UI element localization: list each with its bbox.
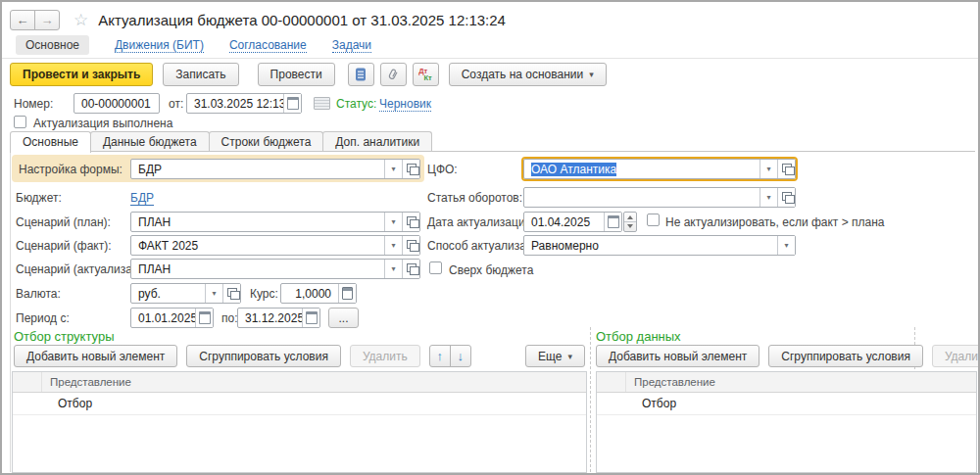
open-list-button[interactable] — [314, 97, 330, 110]
structure-filter-toolbar: Добавить новый элемент Сгруппировать усл… — [14, 345, 585, 367]
move-up-button[interactable]: ↑ — [429, 345, 451, 367]
document-date-field[interactable]: 31.03.2025 12:13:24 — [186, 93, 302, 114]
scenario-fact-label: Сценарий (факт): — [16, 239, 112, 253]
back-button[interactable]: ← — [10, 10, 35, 30]
tab-extra-analytics[interactable]: Доп. аналитики — [322, 131, 432, 151]
dropdown-button[interactable]: ▾ — [760, 188, 777, 207]
chevron-down-icon: ▾ — [212, 289, 216, 298]
data-delete-button[interactable]: Удалить — [932, 345, 980, 367]
dropdown-button[interactable]: ▾ — [777, 236, 795, 255]
choose-icon — [782, 192, 792, 201]
status-value-link[interactable]: Черновик — [379, 97, 431, 112]
period-to-field[interactable]: 31.12.2025 — [237, 308, 320, 328]
calendar-button[interactable] — [302, 309, 319, 327]
act-date-field[interactable]: 01.04.2025 — [523, 212, 622, 232]
tab-budget-data[interactable]: Данные бюджета — [90, 131, 210, 151]
calculator-button[interactable] — [338, 284, 356, 303]
choose-button[interactable] — [402, 160, 419, 178]
command-bar: Провести и закрыть Записать Провести Дт … — [10, 63, 607, 86]
dropdown-button[interactable]: ▾ — [384, 236, 402, 255]
chevron-down-icon: ▾ — [784, 241, 788, 250]
period-ellipsis-button[interactable]: ... — [328, 308, 359, 328]
register-records-button[interactable] — [348, 63, 374, 86]
scenario-act-field[interactable]: ПЛАН ▾ — [130, 259, 420, 279]
header-separator — [2, 58, 978, 59]
dropdown-button[interactable]: ▾ — [384, 160, 402, 178]
page-title: Актуализация бюджета 00-00000001 от 31.0… — [98, 12, 506, 28]
write-button[interactable]: Записать — [163, 63, 238, 86]
period-from-field[interactable]: 01.01.2025 — [130, 308, 214, 328]
tree-expander-column — [597, 372, 626, 392]
arrow-up-icon: ↑ — [437, 349, 444, 363]
nav-tab-movements[interactable]: Движения (БИТ) — [115, 38, 204, 53]
budget-label: Бюджет: — [16, 191, 62, 205]
attachments-button[interactable] — [380, 63, 407, 86]
structure-add-button[interactable]: Добавить новый элемент — [14, 345, 177, 367]
structure-more-button[interactable]: Еще ▾ — [525, 345, 585, 367]
create-based-on-button[interactable]: Создать на основании ▾ — [449, 63, 607, 86]
form-tabstrip: Основные Данные бюджета Строки бюджета Д… — [10, 131, 431, 152]
date-label: от: — [169, 97, 183, 111]
chevron-down-icon: ▾ — [391, 217, 395, 226]
act-date-label: Дата актуализации: — [427, 215, 535, 229]
post-button[interactable]: Провести — [258, 63, 335, 86]
act-date-spinner[interactable] — [623, 212, 637, 232]
choose-button[interactable] — [402, 213, 419, 231]
table-row[interactable]: Отбор — [597, 393, 976, 415]
scenario-fact-field[interactable]: ФАКТ 2025 ▾ — [130, 235, 420, 256]
currency-field[interactable]: руб. ▾ — [130, 283, 241, 304]
nav-tab-main[interactable]: Основное — [16, 35, 89, 55]
choose-button[interactable] — [777, 160, 795, 178]
calendar-button[interactable] — [604, 213, 621, 231]
dropdown-button[interactable]: ▾ — [205, 284, 222, 303]
choose-icon — [407, 216, 416, 225]
nav-tab-approval[interactable]: Согласование — [229, 38, 307, 53]
dropdown-button[interactable]: ▾ — [760, 160, 777, 178]
budget-link[interactable]: БДР — [130, 191, 154, 206]
post-and-close-button[interactable]: Провести и закрыть — [10, 63, 153, 86]
choose-button[interactable] — [222, 284, 240, 303]
spin-down-icon[interactable] — [624, 222, 636, 231]
dt-kt-button[interactable]: Дт Кт — [413, 63, 439, 86]
scenario-plan-field[interactable]: ПЛАН ▾ — [130, 212, 420, 232]
form-setting-field[interactable]: БДР ▾ — [130, 159, 420, 179]
structure-group-button[interactable]: Сгруппировать условия — [186, 345, 341, 367]
over-budget-checkbox[interactable] — [429, 261, 442, 274]
act-method-field[interactable]: Равномерно ▾ — [523, 235, 796, 256]
section-nav: Основное Движения (БИТ) Согласование Зад… — [16, 34, 371, 56]
data-add-button[interactable]: Добавить новый элемент — [596, 345, 760, 367]
chevron-down-icon: ▾ — [391, 165, 395, 173]
scenario-plan-label: Сценарий (план): — [16, 215, 111, 229]
tab-main[interactable]: Основные — [10, 131, 91, 153]
move-down-button[interactable]: ↓ — [450, 345, 471, 367]
favorite-star-icon[interactable]: ☆ — [74, 10, 88, 30]
period-to-label: по: — [221, 311, 238, 325]
number-field[interactable]: 00-00000001 — [74, 93, 160, 114]
choose-button[interactable] — [402, 260, 419, 278]
table-row[interactable]: Отбор — [13, 393, 586, 415]
no-actualize-checkbox[interactable] — [647, 214, 660, 226]
actualization-done-checkbox[interactable] — [14, 116, 26, 128]
dropdown-button[interactable]: ▾ — [384, 260, 402, 278]
chevron-down-icon: ▾ — [766, 165, 770, 173]
data-filter-toolbar: Добавить новый элемент Сгруппировать усл… — [596, 345, 977, 367]
calendar-button[interactable] — [283, 94, 301, 113]
tab-budget-rows[interactable]: Строки бюджета — [209, 131, 324, 151]
structure-delete-button[interactable]: Удалить — [350, 345, 420, 367]
rate-field[interactable]: 1,0000 — [280, 283, 357, 304]
choose-button[interactable] — [777, 188, 795, 207]
data-group-button[interactable]: Сгруппировать условия — [768, 345, 923, 367]
choose-icon — [407, 240, 416, 249]
cfo-field[interactable]: ОАО Атлантика ▾ — [523, 159, 796, 179]
data-filter-table: Представление Отбор — [596, 371, 977, 473]
turnover-item-field[interactable]: ▾ — [523, 187, 796, 208]
structure-move-buttons: ↑ ↓ — [429, 345, 471, 367]
spin-up-icon[interactable] — [624, 213, 636, 222]
sections-splitter[interactable] — [590, 327, 591, 472]
dropdown-button[interactable]: ▾ — [384, 213, 402, 231]
selected-text: ОАО Атлантика — [531, 163, 616, 176]
nav-tab-tasks[interactable]: Задачи — [332, 38, 371, 53]
choose-button[interactable] — [402, 236, 419, 255]
forward-button[interactable]: → — [34, 10, 60, 30]
calendar-button[interactable] — [195, 309, 213, 327]
